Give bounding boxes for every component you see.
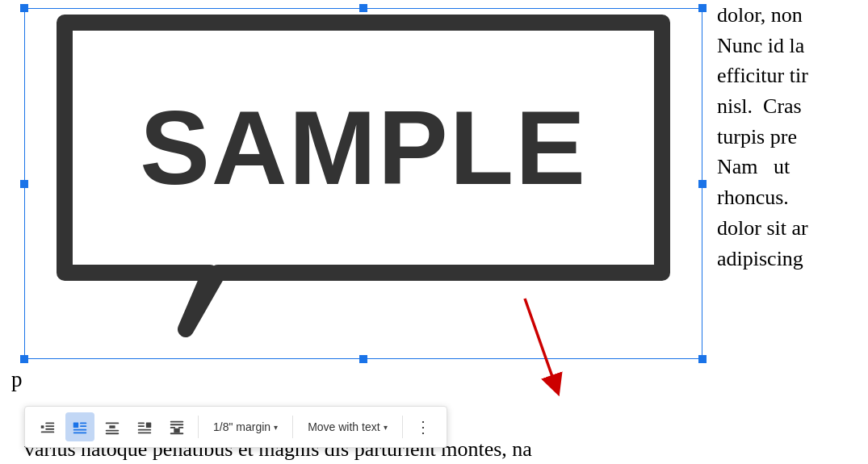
svg-rect-1 xyxy=(41,425,44,428)
svg-rect-12 xyxy=(109,425,115,428)
image-toolbar: 1/8" margin ▾ Move with text ▾ ⋮ xyxy=(24,406,447,448)
divider-1 xyxy=(198,416,199,438)
position-dropdown-arrow: ▾ xyxy=(384,423,388,432)
left-partial-text: p xyxy=(11,367,23,392)
svg-rect-3 xyxy=(45,425,54,427)
margin-label: 1/8" margin xyxy=(213,420,270,433)
more-options-icon: ⋮ xyxy=(415,417,432,437)
svg-text:SAMPLE: SAMPLE xyxy=(140,89,587,207)
align-inline-button[interactable] xyxy=(33,412,62,441)
svg-rect-23 xyxy=(174,428,179,433)
handle-top-mid[interactable] xyxy=(359,4,367,12)
right-text-line-5: turpis pre xyxy=(717,122,862,153)
svg-rect-13 xyxy=(106,430,120,432)
image-container[interactable]: SAMPLE xyxy=(24,8,702,359)
speech-bubble-image: SAMPLE xyxy=(24,8,702,359)
svg-rect-11 xyxy=(106,423,120,424)
svg-rect-7 xyxy=(80,423,86,424)
svg-rect-19 xyxy=(138,432,152,433)
handle-bottom-right[interactable] xyxy=(698,355,707,363)
svg-rect-9 xyxy=(73,429,87,431)
main-area: SAMPLE p xyxy=(0,0,868,464)
right-text-line-9: adipiscing xyxy=(717,244,862,274)
align-break-text-button[interactable] xyxy=(162,412,191,441)
right-text-line-3: efficitur tir xyxy=(717,61,862,91)
svg-rect-10 xyxy=(73,432,87,433)
svg-rect-5 xyxy=(41,432,55,433)
svg-rect-6 xyxy=(73,423,78,428)
right-text-line-6: Nam ut xyxy=(717,152,862,182)
align-wrap-left-button[interactable] xyxy=(65,412,94,441)
svg-rect-15 xyxy=(146,423,151,428)
right-text-line-7: rhoncus. xyxy=(717,182,862,213)
handle-top-left[interactable] xyxy=(20,4,28,12)
right-text-line-4: nisl. Cras xyxy=(717,91,862,122)
svg-rect-4 xyxy=(45,428,54,430)
svg-rect-18 xyxy=(138,429,152,431)
divider-3 xyxy=(402,416,403,438)
margin-dropdown[interactable]: 1/8" margin ▾ xyxy=(205,416,286,438)
handle-mid-left[interactable] xyxy=(20,180,28,188)
right-text-line-8: dolor sit ar xyxy=(717,213,862,244)
margin-dropdown-arrow: ▾ xyxy=(274,423,278,432)
right-text-line-1: dolor, non xyxy=(717,0,862,31)
svg-rect-16 xyxy=(138,423,145,424)
svg-rect-21 xyxy=(170,424,184,425)
right-text-column: dolor, non Nunc id la efficitur tir nisl… xyxy=(711,0,868,464)
svg-rect-24 xyxy=(178,427,183,428)
svg-rect-22 xyxy=(170,427,175,428)
svg-rect-17 xyxy=(138,425,145,427)
svg-rect-8 xyxy=(80,425,86,427)
divider-2 xyxy=(292,416,293,438)
handle-bottom-mid[interactable] xyxy=(359,355,367,363)
svg-rect-25 xyxy=(170,433,184,434)
handle-top-right[interactable] xyxy=(698,4,707,12)
right-text-line-2: Nunc id la xyxy=(717,31,862,61)
position-dropdown[interactable]: Move with text ▾ xyxy=(300,416,395,438)
align-wrap-right-button[interactable] xyxy=(130,412,159,441)
position-label: Move with text xyxy=(308,420,379,433)
doc-area: SAMPLE p xyxy=(0,0,711,464)
align-center-button[interactable] xyxy=(98,412,127,441)
svg-rect-2 xyxy=(45,423,54,424)
more-options-button[interactable]: ⋮ xyxy=(409,412,438,441)
handle-mid-right[interactable] xyxy=(698,180,707,188)
svg-rect-20 xyxy=(170,421,184,423)
svg-rect-14 xyxy=(106,433,120,434)
handle-bottom-left[interactable] xyxy=(20,355,28,363)
